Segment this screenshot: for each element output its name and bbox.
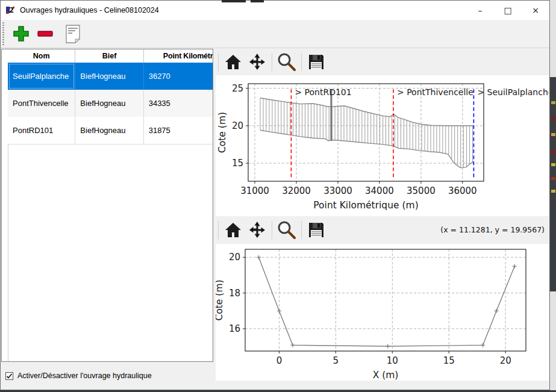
structures-table: Nom Bief Point Kilométrique (m) SeuilPal… xyxy=(1,49,213,362)
table-row[interactable]: PontThivencelle BiefHogneau 34335 xyxy=(8,90,213,117)
svg-text:> PontThivencelle: > PontThivencelle xyxy=(397,87,473,97)
background-fragment xyxy=(222,0,246,2)
background-fragment xyxy=(251,0,264,2)
minimize-button[interactable]: – xyxy=(466,1,494,20)
notes-button[interactable] xyxy=(61,22,85,46)
pan-button[interactable] xyxy=(245,51,269,73)
svg-text:33000: 33000 xyxy=(323,185,352,196)
background-window-sliver xyxy=(550,0,556,392)
remove-structure-button[interactable] xyxy=(33,22,57,46)
window-title: Ouvrages hydrauliques - Celine08102024 xyxy=(20,6,159,14)
close-button[interactable]: × xyxy=(522,1,549,20)
save-icon xyxy=(308,54,325,70)
table-row[interactable]: SeuilPalplanche BiefHogneau 36270 xyxy=(8,63,213,90)
app-icon: 2 xyxy=(5,5,16,16)
zoom-button[interactable] xyxy=(275,219,299,241)
pan-icon xyxy=(248,53,266,71)
check-icon xyxy=(6,373,13,379)
app-window: 2 Ouvrages hydrauliques - Celine08102024… xyxy=(0,0,550,390)
save-button[interactable] xyxy=(304,219,328,241)
svg-text:16: 16 xyxy=(229,323,240,334)
save-button[interactable] xyxy=(304,51,328,73)
cell-pk[interactable]: 36270 xyxy=(144,63,213,90)
svg-text:Cote (m): Cote (m) xyxy=(216,279,225,320)
add-structure-button[interactable] xyxy=(9,22,33,46)
table-header-nom[interactable]: Nom xyxy=(8,49,75,63)
plus-icon xyxy=(12,25,30,43)
cell-pk[interactable]: 34335 xyxy=(144,90,213,117)
plots-panel: > PontRD101> PontThivencelle> SeuilPalpl… xyxy=(216,49,549,389)
svg-text:20: 20 xyxy=(232,120,243,131)
main-toolbar xyxy=(1,20,549,48)
enable-checkbox[interactable] xyxy=(5,372,13,380)
svg-text:10: 10 xyxy=(387,355,398,366)
background-window-strip xyxy=(550,77,556,291)
table-header-bief[interactable]: Bief xyxy=(75,49,143,63)
svg-text:> SeuilPalplanche: > SeuilPalplanche xyxy=(477,87,549,97)
figure2-toolbar: (x = 11.1281, y = 19.9567) xyxy=(216,216,549,244)
svg-text:18: 18 xyxy=(229,288,240,299)
toolbar-gripper[interactable] xyxy=(2,22,4,45)
maximize-button[interactable]: □ xyxy=(494,1,522,20)
svg-text:20: 20 xyxy=(229,252,240,263)
figure1-toolbar xyxy=(216,49,549,75)
svg-text:15: 15 xyxy=(232,158,243,169)
figure1: > PontRD101> PontThivencelle> SeuilPalpl… xyxy=(216,75,549,216)
svg-text:20: 20 xyxy=(500,355,511,366)
pan-icon xyxy=(248,221,266,239)
cell-bief[interactable]: BiefHogneau xyxy=(75,63,143,90)
home-button[interactable] xyxy=(221,219,245,241)
window-titlebar: 2 Ouvrages hydrauliques - Celine08102024… xyxy=(1,1,549,20)
coords-readout: (x = 11.1281, y = 19.9567) xyxy=(440,216,545,243)
figure2: 05101520161820X (m)Cote (m) xyxy=(216,244,549,381)
cell-bief[interactable]: BiefHogneau xyxy=(75,117,143,144)
minus-icon xyxy=(36,25,54,43)
home-icon xyxy=(224,54,242,70)
svg-text:5: 5 xyxy=(333,355,339,366)
cell-pk[interactable]: 31875 xyxy=(144,117,213,144)
svg-text:35000: 35000 xyxy=(407,185,436,196)
window-controls: – □ × xyxy=(466,1,549,20)
svg-text:25: 25 xyxy=(232,83,243,94)
enable-structure-row: Activer/Désactiver l'ouvrage hydraulique xyxy=(5,369,152,382)
home-button[interactable] xyxy=(221,51,245,73)
svg-text:32000: 32000 xyxy=(282,185,311,196)
svg-text:> PontRD101: > PontRD101 xyxy=(295,87,351,97)
save-icon xyxy=(308,222,325,238)
cell-nom[interactable]: SeuilPalplanche xyxy=(8,63,75,90)
svg-text:34000: 34000 xyxy=(365,185,394,196)
document-icon xyxy=(64,24,82,43)
profile-chart[interactable]: > PontRD101> PontThivencelle> SeuilPalpl… xyxy=(216,75,549,216)
pan-button[interactable] xyxy=(245,219,269,241)
svg-text:31000: 31000 xyxy=(240,185,269,196)
zoom-icon xyxy=(277,220,296,240)
cell-nom[interactable]: PontRD101 xyxy=(8,117,75,144)
table-header-pk[interactable]: Point Kilométrique (m) xyxy=(144,49,213,63)
home-icon xyxy=(224,222,242,238)
table-header-row: Nom Bief Point Kilométrique (m) xyxy=(8,49,213,63)
zoom-button[interactable] xyxy=(275,51,299,73)
table-row[interactable]: PontRD101 BiefHogneau 31875 xyxy=(8,117,213,145)
svg-text:X (m): X (m) xyxy=(373,370,399,381)
cell-bief[interactable]: BiefHogneau xyxy=(75,90,143,117)
svg-text:0: 0 xyxy=(276,355,283,366)
section-chart[interactable]: 05101520161820X (m)Cote (m) xyxy=(216,244,549,381)
svg-text:36000: 36000 xyxy=(448,185,477,196)
svg-text:15: 15 xyxy=(443,355,455,366)
svg-text:Cote (m): Cote (m) xyxy=(217,112,228,153)
cell-nom[interactable]: PontThivencelle xyxy=(8,90,75,117)
zoom-icon xyxy=(277,52,296,72)
checkbox-label: Activer/Désactiver l'ouvrage hydraulique xyxy=(17,372,152,380)
svg-text:Point Kilométrique (m): Point Kilométrique (m) xyxy=(313,200,418,211)
